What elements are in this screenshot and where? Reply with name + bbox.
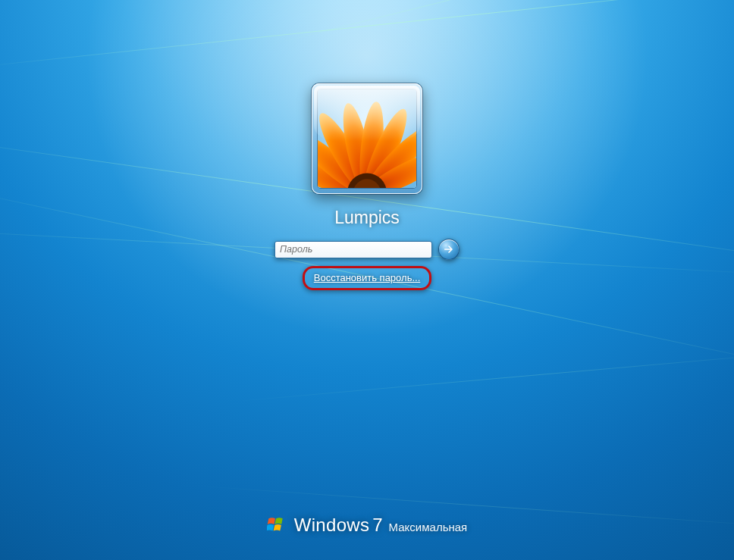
brand-product: Windows [294, 515, 369, 536]
login-panel: Lumpics Восстановить пароль... [0, 83, 734, 290]
submit-button[interactable] [438, 239, 460, 260]
arrow-right-icon [443, 243, 455, 255]
brand-version: 7 [372, 515, 382, 536]
password-row [274, 239, 460, 260]
brand-edition: Максимальная [389, 521, 468, 533]
user-avatar [318, 89, 416, 188]
password-input[interactable] [274, 241, 432, 258]
branding-bar: Windows 7 Максимальная [0, 515, 734, 536]
flower-icon [318, 89, 416, 188]
user-avatar-frame [312, 83, 422, 194]
branding-text: Windows 7 Максимальная [294, 515, 467, 536]
reset-password-link[interactable]: Восстановить пароль... [314, 272, 421, 283]
windows-logo-icon [267, 515, 287, 535]
username-label: Lumpics [334, 208, 400, 228]
reset-password-highlight: Восстановить пароль... [303, 266, 432, 290]
